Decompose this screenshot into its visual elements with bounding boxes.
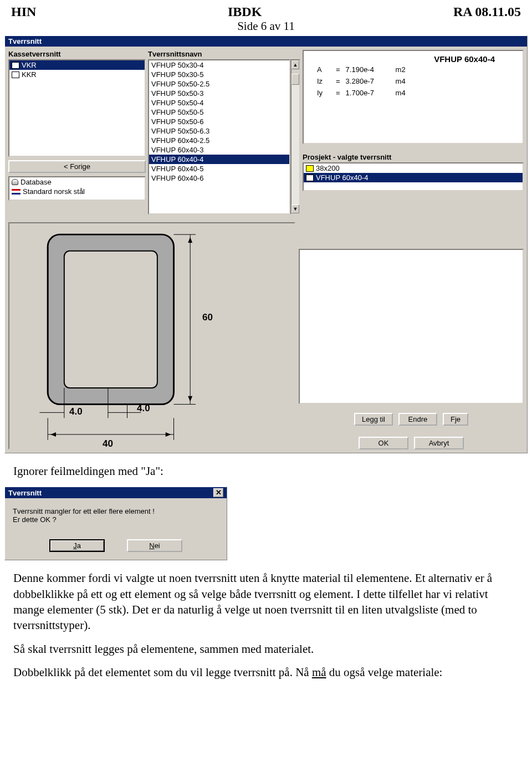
prop-unit: m4 xyxy=(396,89,406,97)
source-listbox[interactable]: Database Standard norsk stål xyxy=(8,176,146,201)
list-item-label: Standard norsk stål xyxy=(23,187,85,196)
list-item-label: 38x200 xyxy=(316,164,340,172)
prop-row: A = 7.190e-4 m2 xyxy=(309,64,517,75)
msgbox-title: Tverrsnitt xyxy=(8,489,42,497)
list-item-label: VFHUP 60x40-5 xyxy=(151,165,203,173)
para-1: Ignorer feilmeldingen med "Ja": xyxy=(0,453,532,484)
profile-svg xyxy=(9,223,294,448)
prop-op: = xyxy=(336,65,340,74)
para-4: Dobbelklikk på det elementet som du vil … xyxy=(0,662,532,686)
list-item[interactable]: VFHUP 60x40-3 xyxy=(149,145,289,155)
prop-key: Iy xyxy=(317,89,330,97)
flag-icon xyxy=(12,189,21,195)
msgbox-line1: Tverrsnitt mangler for ett eller flere e… xyxy=(13,507,219,515)
remove-button[interactable]: Fje xyxy=(443,413,468,426)
prop-val: 1.700e-7 xyxy=(346,89,390,97)
msgbox-line2: Er dette OK ? xyxy=(13,515,219,524)
back-button[interactable]: < Forige xyxy=(8,160,146,173)
list-item-label: VFHUP 60x40-6 xyxy=(151,174,203,182)
close-icon[interactable]: ✕ xyxy=(213,488,223,497)
edit-button[interactable]: Endre xyxy=(398,413,437,426)
list-item-label: VKR xyxy=(22,61,37,69)
ok-button[interactable]: OK xyxy=(359,437,408,449)
list-item[interactable]: VFHUP 60x40-5 xyxy=(149,164,289,173)
dialog-titlebar[interactable]: Tverrsnitt xyxy=(5,36,527,47)
hdr-left: HIN xyxy=(11,4,36,19)
scroll-up-icon[interactable]: ▲ xyxy=(291,60,299,69)
list-item[interactable]: VFHUP 50x50-2.5 xyxy=(149,79,289,89)
list-item-label: VFHUP 50x50-2.5 xyxy=(151,80,209,88)
list-item[interactable]: VFHUP 50x50-6.3 xyxy=(149,126,289,136)
add-button[interactable]: Legg til xyxy=(354,413,393,426)
profile-preview: 60 40 4.0 4.0 xyxy=(8,222,295,449)
list-item[interactable]: VFHUP 50x50-5 xyxy=(149,108,289,117)
list-item[interactable]: VKR xyxy=(9,60,145,70)
svg-marker-11 xyxy=(166,432,171,437)
no-mnemonic: N xyxy=(149,541,154,550)
tnavn-listbox[interactable]: VFHUP 50x30-4 VFHUP 50x30-5 VFHUP 50x50-… xyxy=(148,59,290,214)
dim-t1: 4.0 xyxy=(137,403,150,414)
prop-op: = xyxy=(336,89,340,97)
dialog-title: Tverrsnitt xyxy=(8,37,42,45)
profile-icon xyxy=(12,62,19,69)
profile-icon xyxy=(306,175,314,181)
list-item-label: VFHUP 50x50-3 xyxy=(151,89,203,98)
list-item[interactable]: VFHUP 50x50-3 xyxy=(149,89,289,98)
proj-summary-panel xyxy=(299,249,524,404)
list-item[interactable]: VFHUP 50x30-5 xyxy=(149,70,289,79)
msgbox-dialog: Tverrsnitt ✕ Tverrsnitt mangler for ett … xyxy=(4,487,227,560)
scroll-thumb[interactable] xyxy=(291,74,299,85)
profile-icon xyxy=(306,165,314,172)
list-item[interactable]: VFHUP 60x40-6 xyxy=(149,173,289,183)
tverrsnitt-dialog: Tverrsnitt Kassetverrsnitt VKR KKR < For… xyxy=(4,35,528,453)
scroll-track[interactable] xyxy=(291,85,299,204)
prop-val: 3.280e-7 xyxy=(346,77,390,85)
page-header: HIN IBDK RA 08.11.05 xyxy=(0,0,532,19)
database-icon xyxy=(12,179,18,185)
svg-rect-1 xyxy=(64,251,157,388)
kasse-label: Kassetverrsnitt xyxy=(8,50,146,58)
list-item[interactable]: VFHUP 50x50-4 xyxy=(149,98,289,108)
list-item[interactable]: Database xyxy=(9,177,145,187)
list-item[interactable]: 38x200 xyxy=(304,163,523,173)
list-item[interactable]: VFHUP 60x40-2.5 xyxy=(149,136,289,145)
para-2: Denne kommer fordi vi valgte ut noen tve… xyxy=(0,560,532,638)
scrollbar[interactable]: ▲ ▼ xyxy=(290,59,300,214)
prop-unit: m4 xyxy=(396,77,406,85)
page-subheader: Side 6 av 11 xyxy=(0,19,532,33)
prop-row: Iy = 1.700e-7 m4 xyxy=(309,87,517,99)
hdr-right: RA 08.11.05 xyxy=(453,4,521,19)
kasse-listbox[interactable]: VKR KKR xyxy=(8,59,146,157)
dim-height: 60 xyxy=(202,312,213,323)
no-rest: ei xyxy=(155,541,160,550)
para4a: Dobbelklikk på det elementet som du vil … xyxy=(13,666,312,679)
list-item-label: VFHUP 60x40-4 xyxy=(151,155,203,163)
msgbox-titlebar[interactable]: Tverrsnitt ✕ xyxy=(5,487,227,498)
list-item[interactable]: KKR xyxy=(9,70,145,79)
list-item-label: VFHUP 50x50-5 xyxy=(151,108,203,116)
no-button[interactable]: Nei xyxy=(127,539,182,552)
list-item-label: VFHUP 60x40-4 xyxy=(316,173,368,182)
hdr-center: IBDK xyxy=(228,4,262,19)
list-item[interactable]: VFHUP 60x40-4 xyxy=(149,155,289,164)
scroll-down-icon[interactable]: ▼ xyxy=(291,204,299,213)
proj-listbox[interactable]: 38x200 VFHUP 60x40-4 xyxy=(303,162,524,191)
prop-val: 7.190e-4 xyxy=(346,65,390,74)
para4c: du også velge materiale: xyxy=(326,666,443,679)
list-item[interactable]: VFHUP 50x30-4 xyxy=(149,60,289,70)
list-item-label: VFHUP 50x30-5 xyxy=(151,70,203,79)
props-title: VFHUP 60x40-4 xyxy=(309,54,517,64)
dim-width: 40 xyxy=(103,438,113,449)
cancel-button[interactable]: Avbryt xyxy=(414,437,464,449)
prop-key: Iz xyxy=(317,77,330,85)
prop-row: Iz = 3.280e-7 m4 xyxy=(309,75,517,87)
proj-label: Prosjekt - valgte tverrsnitt xyxy=(303,153,524,161)
profile-icon xyxy=(12,71,19,78)
list-item[interactable]: VFHUP 60x40-4 xyxy=(304,173,523,182)
tnavn-label: Tverrsnittsnavn xyxy=(148,50,300,58)
yes-button[interactable]: Ja xyxy=(49,539,105,552)
list-item[interactable]: VFHUP 50x50-6 xyxy=(149,117,289,126)
svg-marker-10 xyxy=(50,432,56,437)
list-item[interactable]: Standard norsk stål xyxy=(9,187,145,196)
svg-marker-5 xyxy=(188,237,192,243)
